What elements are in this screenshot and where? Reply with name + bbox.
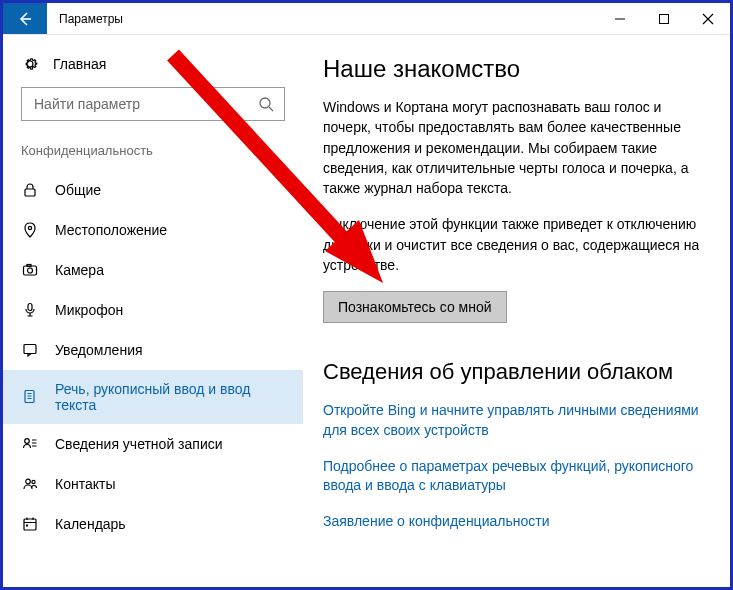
page-heading: Наше знакомство [323,55,706,83]
description-paragraph-2: Выключение этой функции также приведет к… [323,214,706,275]
close-button[interactable] [686,3,730,34]
sidebar-item-label: Контакты [55,476,115,492]
sidebar-item-account-info[interactable]: Сведения учетной записи [3,424,303,464]
svg-point-1 [260,98,270,108]
contacts-icon [21,475,39,493]
description-paragraph: Windows и Кортана могут распознавать ваш… [323,97,706,198]
sidebar-item-label: Речь, рукописный ввод и ввод текста [55,381,285,413]
sidebar-section-label: Конфиденциальность [3,139,303,170]
gear-icon [21,55,39,73]
sidebar-item-contacts[interactable]: Контакты [3,464,303,504]
speech-icon [21,388,39,406]
sidebar-item-label: Микрофон [55,302,123,318]
sidebar-item-label: Календарь [55,516,126,532]
camera-icon [21,261,39,279]
account-info-icon [21,435,39,453]
search-input[interactable] [32,95,274,113]
lock-icon [21,181,39,199]
bing-link[interactable]: Откройте Bing и начните управлять личным… [323,401,706,440]
sidebar-item-label: Общие [55,182,101,198]
minimize-icon [614,13,626,25]
sidebar-item-microphone[interactable]: Микрофон [3,290,303,330]
home-nav[interactable]: Главная [3,49,303,87]
svg-rect-0 [660,14,669,23]
search-input-wrapper[interactable] [21,87,285,121]
sidebar-item-label: Сведения учетной записи [55,436,223,452]
svg-rect-14 [26,525,28,527]
titlebar: Параметры [3,3,730,35]
svg-point-10 [25,439,30,444]
microphone-icon [21,301,39,319]
svg-point-5 [28,268,33,273]
sidebar-item-location[interactable]: Местоположение [3,210,303,250]
calendar-icon [21,515,39,533]
location-icon [21,221,39,239]
sidebar-item-calendar[interactable]: Календарь [3,504,303,544]
svg-rect-8 [24,345,36,354]
svg-rect-2 [25,189,35,196]
back-button[interactable] [3,3,47,34]
svg-point-3 [28,226,31,229]
svg-point-11 [26,479,31,484]
sidebar-item-label: Местоположение [55,222,167,238]
home-label: Главная [53,56,106,72]
svg-point-12 [32,480,35,483]
get-to-know-me-button[interactable]: Познакомьтесь со мной [323,291,507,323]
sidebar-item-camera[interactable]: Камера [3,250,303,290]
sidebar-item-notifications[interactable]: Уведомления [3,330,303,370]
speech-params-link[interactable]: Подробнее о параметрах речевых функций, … [323,457,706,496]
svg-rect-13 [24,519,36,530]
sidebar-item-label: Уведомления [55,342,143,358]
notifications-icon [21,341,39,359]
svg-rect-7 [28,304,32,311]
close-icon [702,13,714,25]
privacy-statement-link[interactable]: Заявление о конфиденциальности [323,512,706,532]
arrow-left-icon [17,11,33,27]
svg-rect-4 [24,266,37,275]
maximize-icon [658,13,670,25]
minimize-button[interactable] [598,3,642,34]
search-icon [258,96,274,112]
cloud-management-heading: Сведения об управлении облаком [323,359,706,385]
sidebar: Главная Конфиденциальность Общие Местопо… [3,35,303,587]
sidebar-item-label: Камера [55,262,104,278]
window-title: Параметры [47,3,135,34]
main-content: Наше знакомство Windows и Кортана могут … [303,35,730,587]
sidebar-item-general[interactable]: Общие [3,170,303,210]
sidebar-item-speech[interactable]: Речь, рукописный ввод и ввод текста [3,370,303,424]
maximize-button[interactable] [642,3,686,34]
